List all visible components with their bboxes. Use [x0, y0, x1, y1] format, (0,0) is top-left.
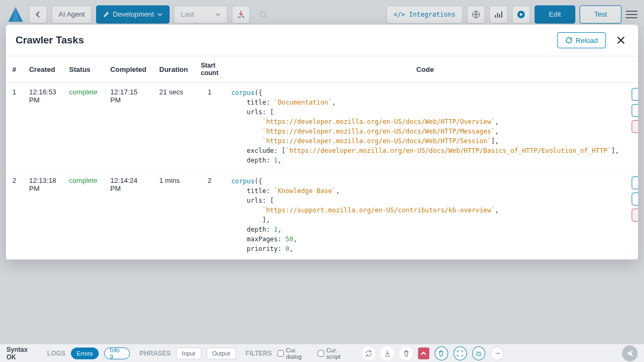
- restart-button[interactable]: Restart: [632, 193, 638, 205]
- close-icon: [616, 35, 626, 45]
- cell-status: complete: [63, 171, 104, 260]
- phrases-section-label: PHRASES: [140, 350, 171, 357]
- tool-bug[interactable]: [472, 346, 486, 360]
- filters-section-label: FILTERS: [246, 350, 272, 357]
- cell-code: corpus({ title: `Knowledge Base`, urls: …: [225, 171, 625, 260]
- collapse-toggle[interactable]: [418, 348, 429, 359]
- tool-trash[interactable]: [435, 346, 448, 360]
- col-status: Status: [63, 56, 104, 83]
- info-filter[interactable]: Info 9: [104, 348, 130, 359]
- delete-button[interactable]: Delete: [632, 209, 638, 221]
- cell-completed: 12:17:15 PM: [104, 83, 153, 171]
- input-phrases-button[interactable]: Input: [176, 348, 201, 359]
- col-code: Code: [225, 56, 625, 83]
- cell-index: 1: [6, 83, 23, 171]
- tool-expand[interactable]: [453, 346, 467, 360]
- cell-duration: 1 mins: [153, 171, 194, 260]
- expand-icon: [456, 350, 464, 357]
- col-actions: [625, 56, 638, 83]
- send-button[interactable]: [622, 345, 638, 361]
- cell-index: 2: [6, 171, 23, 260]
- browse-button[interactable]: Browse: [632, 88, 638, 101]
- cell-actions: BrowseRestartDelete: [625, 83, 638, 171]
- delete-button[interactable]: Delete: [632, 120, 638, 133]
- cell-actions: BrowseRestartDelete: [625, 171, 638, 260]
- download-icon: [384, 350, 391, 357]
- modal-title: Crawler Tasks: [16, 34, 557, 46]
- restart-button[interactable]: Restart: [632, 104, 638, 117]
- browse-button[interactable]: Browse: [632, 176, 638, 189]
- reload-icon: [565, 36, 573, 44]
- cell-completed: 12:14:24 PM: [104, 171, 153, 260]
- col-created: Created: [23, 56, 63, 83]
- trash-icon: [402, 350, 410, 357]
- status-bar: Syntax OK LOGS Errors Info 9 PHRASES Inp…: [0, 344, 644, 362]
- col-index: #: [6, 56, 23, 83]
- col-start-count: Start count: [194, 56, 225, 83]
- reload-button[interactable]: Reload: [557, 32, 606, 48]
- chevron-up-icon: [420, 350, 427, 357]
- cur-script-filter[interactable]: Cur. script: [318, 347, 351, 360]
- crawler-tasks-modal: Crawler Tasks Reload # Created Status Co…: [6, 25, 638, 260]
- cell-status: complete: [63, 83, 104, 171]
- trash-action[interactable]: [399, 346, 413, 360]
- bug-icon: [475, 350, 482, 357]
- col-completed: Completed: [104, 56, 153, 83]
- close-button[interactable]: [613, 33, 628, 48]
- refresh-action[interactable]: [362, 346, 376, 360]
- cycle-icon: [365, 350, 372, 357]
- cell-start-count: 1: [194, 83, 225, 171]
- tool-link[interactable]: ⊸: [491, 346, 504, 360]
- errors-filter[interactable]: Errors: [71, 348, 99, 359]
- tasks-table: # Created Status Completed Duration Star…: [6, 56, 638, 260]
- cell-duration: 21 secs: [153, 83, 194, 171]
- send-icon: [626, 349, 634, 358]
- syntax-status: Syntax OK: [6, 346, 38, 361]
- cell-created: 12:13:18 PM: [23, 171, 63, 260]
- svg-point-6: [477, 352, 480, 356]
- cell-created: 12:16:53 PM: [23, 83, 63, 171]
- cell-code: corpus({ title: `Documentation`, urls: […: [225, 83, 625, 171]
- trash-icon: [437, 350, 445, 357]
- table-row: 212:13:18 PMcomplete12:14:24 PM1 mins2co…: [6, 171, 638, 260]
- col-duration: Duration: [153, 56, 194, 83]
- reload-label: Reload: [576, 36, 598, 45]
- cell-start-count: 2: [194, 171, 225, 260]
- cur-dialog-filter[interactable]: Cur. dialog: [277, 347, 312, 360]
- download-action[interactable]: [380, 346, 394, 360]
- output-phrases-button[interactable]: Output: [207, 348, 236, 359]
- table-row: 112:16:53 PMcomplete12:17:15 PM21 secs1c…: [6, 83, 638, 171]
- modal-overlay: Crawler Tasks Reload # Created Status Co…: [0, 0, 644, 362]
- logs-section-label: LOGS: [47, 350, 65, 357]
